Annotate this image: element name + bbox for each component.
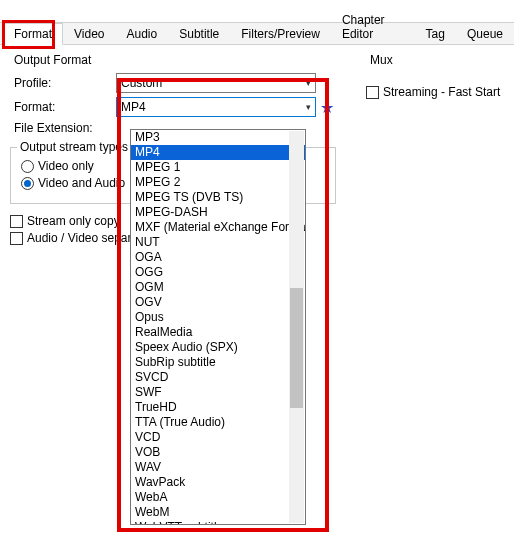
dropdown-scrollbar[interactable] [289, 131, 304, 523]
tab-bar: Format Video Audio Subtitle Filters/Prev… [0, 23, 514, 45]
checkbox-streaming-fast-start[interactable]: Streaming - Fast Start [366, 85, 500, 99]
mux-group-label: Mux [370, 53, 500, 67]
dropdown-option[interactable]: WebVTT subtitle [131, 520, 305, 525]
tab-audio[interactable]: Audio [116, 23, 169, 44]
format-label: Format: [10, 100, 116, 114]
radio-icon [21, 160, 34, 173]
profile-label: Profile: [10, 76, 116, 90]
dropdown-option[interactable]: TTA (True Audio) [131, 415, 305, 430]
dropdown-option[interactable]: WebA [131, 490, 305, 505]
chevron-down-icon: ▾ [306, 78, 311, 88]
dropdown-option[interactable]: RealMedia [131, 325, 305, 340]
dropdown-option[interactable]: MPEG 2 [131, 175, 305, 190]
radio-video-only-label: Video only [38, 159, 94, 173]
dropdown-option[interactable]: MPEG 1 [131, 160, 305, 175]
profile-value: Custom [121, 76, 162, 90]
dropdown-option[interactable]: Opus [131, 310, 305, 325]
dropdown-option[interactable]: SVCD [131, 370, 305, 385]
checkbox-icon [366, 86, 379, 99]
dropdown-option[interactable]: SWF [131, 385, 305, 400]
dropdown-option[interactable]: NUT [131, 235, 305, 250]
tab-chapter-editor[interactable]: Chapter Editor [331, 9, 415, 44]
dropdown-option[interactable]: WavPack [131, 475, 305, 490]
dropdown-option[interactable]: MXF (Material eXchange Format) [131, 220, 305, 235]
streaming-fast-start-label: Streaming - Fast Start [383, 85, 500, 99]
checkbox-icon [10, 232, 23, 245]
tab-queue[interactable]: Queue [456, 23, 514, 44]
output-format-group-label: Output Format [14, 53, 350, 67]
dropdown-scroll-thumb[interactable] [290, 288, 303, 408]
profile-combobox[interactable]: Custom ▾ [116, 73, 316, 93]
radio-video-and-audio-label: Video and Audio [38, 176, 125, 190]
dropdown-option[interactable]: WebM [131, 505, 305, 520]
dropdown-option[interactable]: OGM [131, 280, 305, 295]
radio-icon [21, 177, 34, 190]
output-stream-types-legend: Output stream types [17, 140, 131, 154]
file-extension-label: File Extension: [10, 121, 116, 135]
tab-video[interactable]: Video [63, 23, 115, 44]
tab-format[interactable]: Format [3, 23, 63, 45]
format-value: MP4 [121, 100, 146, 114]
dropdown-option[interactable]: Speex Audio (SPX) [131, 340, 305, 355]
chevron-down-icon: ▾ [306, 102, 311, 112]
tab-subtitle[interactable]: Subtitle [168, 23, 230, 44]
dropdown-option[interactable]: OGV [131, 295, 305, 310]
stream-only-copy-label: Stream only copy [27, 214, 120, 228]
format-combobox[interactable]: MP4 ▾ [116, 97, 316, 117]
checkbox-icon [10, 215, 23, 228]
dropdown-option[interactable]: OGG [131, 265, 305, 280]
dropdown-option[interactable]: MP3 [131, 130, 305, 145]
dropdown-option[interactable]: VOB [131, 445, 305, 460]
dropdown-option[interactable]: TrueHD [131, 400, 305, 415]
dropdown-option[interactable]: MP4 [131, 145, 305, 160]
dropdown-option[interactable]: MPEG-DASH [131, 205, 305, 220]
dropdown-option[interactable]: MPEG TS (DVB TS) [131, 190, 305, 205]
favorite-star-icon[interactable]: ★ [320, 98, 334, 117]
dropdown-option[interactable]: VCD [131, 430, 305, 445]
dropdown-option[interactable]: SubRip subtitle [131, 355, 305, 370]
tab-filters[interactable]: Filters/Preview [230, 23, 331, 44]
tab-tag[interactable]: Tag [415, 23, 456, 44]
format-dropdown-list[interactable]: MP3MP4MPEG 1MPEG 2MPEG TS (DVB TS)MPEG-D… [130, 129, 306, 525]
dropdown-option[interactable]: WAV [131, 460, 305, 475]
dropdown-option[interactable]: OGA [131, 250, 305, 265]
